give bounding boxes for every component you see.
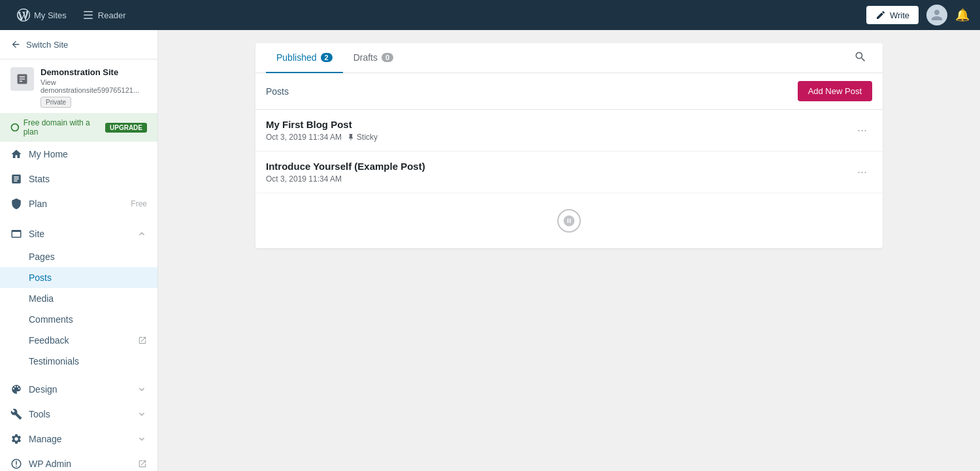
switch-site-button[interactable]: Switch Site	[0, 30, 157, 59]
post-title-1[interactable]: My First Blog Post	[266, 119, 378, 130]
table-row: Introduce Yourself (Example Post) Oct 3,…	[255, 152, 883, 193]
wp-admin-label: WP Admin	[29, 459, 71, 469]
add-new-post-button[interactable]: Add New Post	[798, 81, 872, 101]
media-label: Media	[29, 293, 54, 304]
drafts-tab[interactable]: Drafts 0	[343, 43, 404, 73]
sidebar-item-wp-admin[interactable]: WP Admin	[0, 451, 157, 471]
reader-label: Reader	[98, 10, 126, 20]
search-posts-button[interactable]	[849, 45, 872, 71]
chevron-down-design-icon	[137, 384, 147, 395]
top-navigation: My Sites Reader Write 🔔	[0, 0, 980, 30]
stats-label: Stats	[29, 174, 50, 184]
post-more-button-1[interactable]: ···	[852, 121, 872, 140]
site-icon	[10, 67, 34, 91]
search-icon	[854, 50, 867, 63]
sidebar-item-my-home[interactable]: My Home	[0, 142, 157, 167]
table-row: My First Blog Post Oct 3, 2019 11:34 AM …	[255, 110, 883, 152]
manage-label: Manage	[29, 434, 62, 444]
sticky-badge: Sticky	[347, 133, 378, 142]
write-icon	[875, 10, 886, 20]
upgrade-banner[interactable]: Free domain with a plan UPGRADE	[0, 113, 157, 142]
plan-icon	[10, 198, 22, 210]
sidebar-item-tools[interactable]: Tools	[0, 402, 157, 427]
drafts-count: 0	[382, 53, 393, 62]
published-tab[interactable]: Published 2	[266, 43, 343, 73]
tools-label: Tools	[29, 409, 50, 419]
user-avatar[interactable]	[926, 5, 947, 25]
chevron-down-manage-icon	[137, 434, 147, 444]
external-link-wpadmin-icon	[138, 459, 147, 468]
post-date-2: Oct 3, 2019 11:34 AM	[266, 174, 342, 184]
sidebar-sub-item-media[interactable]: Media	[0, 288, 157, 309]
post-title-2[interactable]: Introduce Yourself (Example Post)	[266, 161, 425, 172]
posts-section-label: Posts	[266, 86, 289, 97]
free-domain-text: Free domain with a plan	[24, 118, 105, 137]
wordpress-footer-logo	[557, 209, 581, 233]
write-button[interactable]: Write	[866, 6, 919, 24]
sidebar-sub-item-feedback[interactable]: Feedback	[0, 330, 157, 351]
my-sites-label: My Sites	[34, 10, 67, 20]
wp-admin-icon	[10, 458, 22, 470]
wp-footer	[255, 193, 883, 248]
sidebar-sub-item-pages[interactable]: Pages	[0, 246, 157, 267]
sticky-label: Sticky	[357, 133, 378, 142]
posts-container: Published 2 Drafts 0 Posts Add	[255, 43, 883, 248]
post-meta-1: Oct 3, 2019 11:34 AM Sticky	[266, 133, 378, 142]
reader-icon	[82, 9, 94, 21]
manage-icon	[10, 433, 22, 445]
feedback-label: Feedback	[29, 335, 69, 346]
back-arrow-icon	[10, 39, 21, 50]
sidebar-item-site[interactable]: Site	[0, 221, 157, 246]
sidebar-sub-item-comments[interactable]: Comments	[0, 309, 157, 330]
post-meta-2: Oct 3, 2019 11:34 AM	[266, 174, 425, 184]
write-label: Write	[890, 10, 909, 20]
notifications-icon[interactable]: 🔔	[955, 8, 970, 22]
avatar-icon	[930, 8, 943, 22]
site-info: Demonstration Site View demonstrationsit…	[0, 59, 157, 113]
design-label: Design	[29, 384, 57, 395]
post-date-1: Oct 3, 2019 11:34 AM	[266, 133, 342, 142]
sidebar-item-design[interactable]: Design	[0, 377, 157, 402]
chevron-up-icon	[137, 229, 147, 239]
switch-site-label: Switch Site	[26, 40, 68, 50]
posts-label: Posts	[29, 272, 52, 283]
my-home-label: My Home	[29, 149, 68, 159]
testimonials-label: Testimonials	[29, 356, 79, 366]
pages-label: Pages	[29, 252, 55, 262]
sidebar-item-manage[interactable]: Manage	[0, 427, 157, 451]
site-nav-icon	[10, 228, 22, 240]
posts-tabs: Published 2 Drafts 0	[255, 43, 883, 73]
upgrade-badge[interactable]: UPGRADE	[105, 123, 147, 133]
sidebar-sub-item-posts[interactable]: Posts	[0, 267, 157, 288]
main-content: Published 2 Drafts 0 Posts Add	[158, 30, 980, 471]
published-count: 2	[321, 53, 333, 62]
posts-header: Posts Add New Post	[255, 73, 883, 110]
comments-label: Comments	[29, 314, 73, 325]
chevron-down-tools-icon	[137, 409, 147, 419]
site-url: View demonstrationsite599765121...	[41, 78, 147, 94]
wordpress-logo-icon	[17, 8, 30, 22]
sidebar-item-stats[interactable]: Stats	[0, 167, 157, 191]
plan-label: Plan	[29, 199, 47, 209]
my-sites-nav[interactable]: My Sites	[10, 5, 73, 25]
drafts-tab-label: Drafts	[353, 52, 378, 63]
site-name: Demonstration Site	[41, 67, 147, 77]
published-tab-label: Published	[276, 52, 317, 63]
sidebar-item-plan[interactable]: Plan Free	[0, 191, 157, 216]
sidebar: Switch Site Demonstration Site View demo…	[0, 30, 158, 471]
tools-icon	[10, 408, 22, 420]
pin-icon	[347, 133, 355, 141]
domain-icon	[10, 123, 20, 132]
home-icon	[10, 148, 22, 160]
external-link-icon	[138, 336, 147, 345]
post-more-button-2[interactable]: ···	[852, 163, 872, 182]
reader-nav[interactable]: Reader	[76, 5, 133, 25]
private-badge: Private	[41, 97, 71, 108]
sidebar-sub-item-testimonials[interactable]: Testimonials	[0, 351, 157, 372]
design-icon	[10, 383, 22, 395]
site-label: Site	[29, 229, 44, 239]
stats-icon	[10, 173, 22, 185]
plan-badge: Free	[131, 199, 147, 208]
